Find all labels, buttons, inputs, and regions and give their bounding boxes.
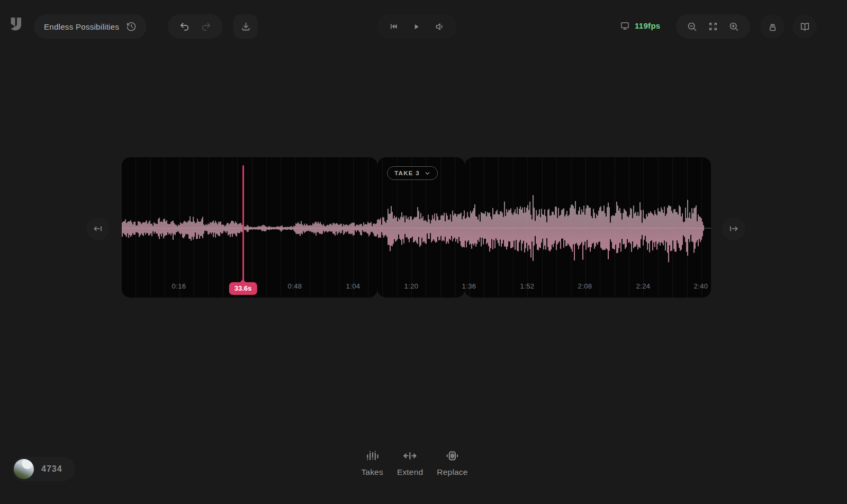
take-selector[interactable]: TAKE 3 [387, 166, 438, 180]
extend-button[interactable]: Extend [397, 448, 423, 477]
arrow-right-bar-icon [728, 223, 740, 235]
fps-indicator: 119fps [620, 21, 661, 31]
history-icon[interactable] [126, 21, 137, 32]
redo-icon[interactable] [201, 21, 212, 32]
queue-button[interactable] [760, 14, 785, 39]
monitor-icon [620, 21, 630, 31]
stack-icon [767, 21, 778, 32]
waveform-panel[interactable]: 0:160:481:041:201:361:522:082:242:40 33.… [122, 157, 711, 298]
replace-icon [444, 448, 460, 464]
user-credits-pill[interactable]: 4734 [12, 457, 75, 481]
avatar[interactable] [14, 459, 34, 479]
fps-value: 119fps [635, 21, 661, 30]
timeline-tick: 1:20 [404, 282, 419, 290]
zoom-out-icon[interactable] [687, 21, 698, 32]
replace-label: Replace [437, 467, 467, 477]
credits-count: 4734 [41, 464, 62, 474]
timeline-tick: 0:48 [288, 282, 302, 290]
playhead-time-badge[interactable]: 33.6s [229, 282, 257, 295]
takes-icon [364, 448, 380, 464]
project-title-pill[interactable]: Endless Possibilities [34, 14, 147, 39]
takes-button[interactable]: Takes [361, 448, 383, 477]
timeline-tick: 2:08 [578, 282, 592, 290]
extend-label: Extend [397, 467, 423, 477]
transport-controls [376, 14, 457, 39]
timeline-tick: 1:04 [346, 282, 361, 290]
book-icon [799, 21, 810, 32]
replace-button[interactable]: Replace [437, 448, 467, 477]
download-icon [240, 21, 251, 32]
play-icon[interactable] [412, 22, 421, 31]
library-button[interactable] [792, 14, 817, 39]
app-logo-icon[interactable] [9, 16, 25, 33]
extend-icon [402, 448, 418, 464]
volume-icon[interactable] [434, 21, 445, 32]
chevron-down-icon [425, 170, 430, 176]
timeline-tick: 2:40 [694, 282, 708, 290]
undo-redo-group [168, 14, 223, 39]
playhead-line[interactable] [242, 165, 244, 282]
timeline-tick: 0:16 [172, 282, 186, 290]
skip-back-icon[interactable] [388, 21, 399, 32]
takes-label: Takes [361, 467, 383, 477]
extend-right-button[interactable] [722, 217, 745, 240]
timeline-tick: 2:24 [636, 282, 651, 290]
download-button[interactable] [233, 14, 258, 39]
timeline-tick: 1:36 [462, 282, 476, 290]
fullscreen-icon[interactable] [708, 21, 718, 32]
project-title: Endless Possibilities [44, 22, 119, 31]
extend-left-button[interactable] [86, 217, 110, 240]
arrow-left-bar-icon [92, 223, 104, 235]
zoom-in-icon[interactable] [728, 21, 740, 32]
zoom-controls [676, 14, 750, 39]
action-bar: Takes Extend Replace [361, 448, 467, 477]
take-label: TAKE 3 [394, 170, 420, 176]
timeline-tick: 1:52 [520, 282, 535, 290]
app-window: Endless Possibilities [0, 0, 847, 504]
undo-icon[interactable] [179, 21, 190, 32]
